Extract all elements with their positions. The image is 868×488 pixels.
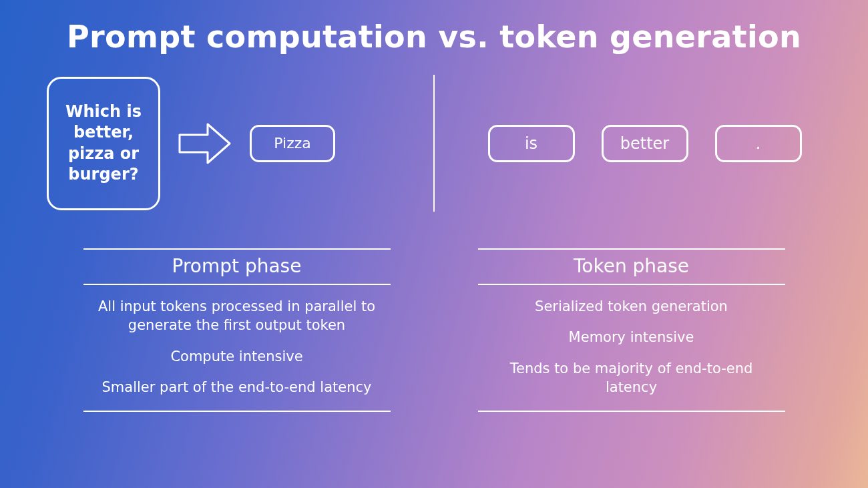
right-column: is better . Token phase Serialized token… [435, 75, 828, 455]
prompt-phase-panel: Prompt phase All input tokens processed … [83, 248, 391, 412]
prompt-bullet: Smaller part of the end-to-end latency [90, 378, 384, 397]
generated-token: . [715, 125, 802, 162]
prompt-box: Which is better, pizza or burger? [47, 77, 160, 210]
prompt-illustration: Which is better, pizza or burger? Pizza [40, 75, 433, 212]
token-bullet: Memory intensive [485, 328, 779, 346]
token-bullet: Serialized token generation [485, 297, 779, 316]
arrow-icon [178, 120, 232, 167]
slide-title: Prompt computation vs. token generation [0, 0, 868, 55]
token-phase-title: Token phase [478, 248, 785, 285]
token-phase-panel: Token phase Serialized token generation … [478, 248, 785, 412]
prompt-phase-title: Prompt phase [83, 248, 391, 285]
prompt-bullet: Compute intensive [90, 347, 384, 366]
prompt-phase-body: All input tokens processed in parallel t… [83, 285, 391, 412]
prompt-bullet: All input tokens processed in parallel t… [90, 297, 384, 335]
left-column: Which is better, pizza or burger? Pizza … [40, 75, 433, 455]
first-output-token: Pizza [250, 125, 335, 162]
content-row: Which is better, pizza or burger? Pizza … [0, 75, 868, 455]
token-phase-body: Serialized token generation Memory inten… [478, 285, 785, 412]
token-bullet: Tends to be majority of end-to-end laten… [485, 359, 779, 397]
token-illustration: is better . [435, 75, 828, 212]
generated-token: better [602, 125, 688, 162]
generated-token: is [488, 125, 575, 162]
